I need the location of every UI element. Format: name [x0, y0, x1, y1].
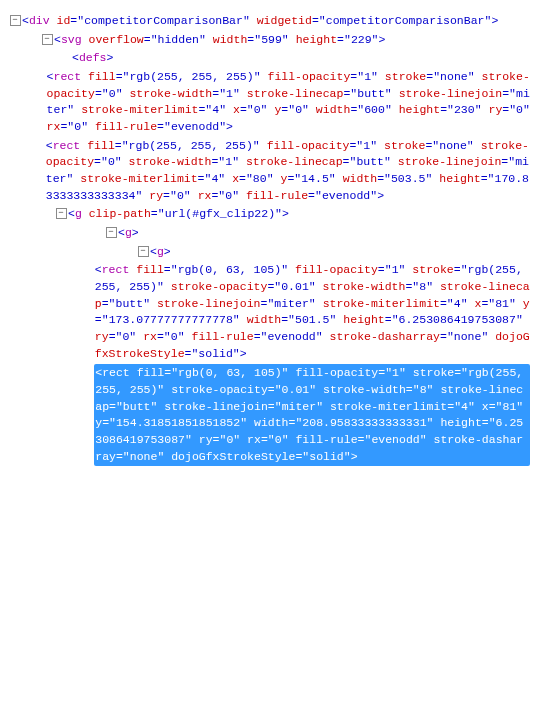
tree-node-g-1[interactable]: −<g> [8, 224, 530, 243]
collapse-icon[interactable]: − [10, 15, 21, 26]
tree-node-defs[interactable]: <defs> [8, 49, 530, 68]
tree-node-rect-1[interactable]: <rect fill="rgb(255, 255, 255)" fill-opa… [8, 68, 530, 137]
collapse-icon[interactable]: − [106, 227, 117, 238]
tree-node-g-2[interactable]: −<g> [8, 243, 530, 262]
tree-node-svg[interactable]: −<svg overflow="hidden" width="599" heig… [8, 31, 530, 50]
tree-node-rect-2[interactable]: <rect fill="rgb(255, 255, 255)" fill-opa… [8, 137, 530, 206]
collapse-icon[interactable]: − [138, 246, 149, 257]
tree-node-g-clip[interactable]: −<g clip-path="url(#gfx_clip22)"> [8, 205, 530, 224]
collapse-icon[interactable]: − [42, 34, 53, 45]
collapse-icon[interactable]: − [56, 208, 67, 219]
tree-node-rect-4-selected[interactable]: <rect fill="rgb(0, 63, 105)" fill-opacit… [8, 363, 530, 467]
dom-inspector-tree: −<div id="competitorComparisonBar" widge… [8, 12, 530, 467]
tree-node-rect-3[interactable]: <rect fill="rgb(0, 63, 105)" fill-opacit… [8, 261, 530, 363]
tree-node-div[interactable]: −<div id="competitorComparisonBar" widge… [8, 12, 530, 31]
